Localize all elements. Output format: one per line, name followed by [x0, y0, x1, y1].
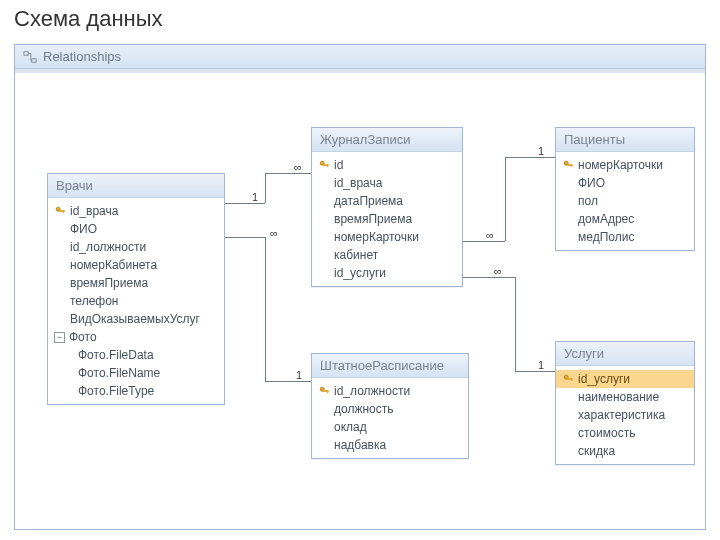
diagram-canvas[interactable]: Врачи id_врача ФИО id_лолжности номерКаб…: [15, 73, 705, 529]
table-staff[interactable]: ШтатноеРасписание id_лолжности должность…: [311, 353, 469, 459]
table-title-journal: ЖурналЗаписи: [312, 128, 462, 152]
field-name: наименование: [578, 390, 659, 404]
svg-rect-1: [32, 58, 36, 62]
field-name: id: [334, 158, 343, 172]
field-name: Фото: [69, 330, 97, 344]
field-name: медПолис: [578, 230, 634, 244]
field-row[interactable]: id_услуги: [312, 264, 462, 282]
table-title-patients: Пациенты: [556, 128, 694, 152]
field-row[interactable]: датаПриема: [312, 192, 462, 210]
table-body-journal: id id_врача датаПриема времяПриема номер…: [312, 152, 462, 286]
field-row[interactable]: оклад: [312, 418, 468, 436]
diagram-canvas-frame: Relationships Врачи id_врача ФИО id_лолж…: [14, 44, 706, 530]
table-doctors[interactable]: Врачи id_врача ФИО id_лолжности номерКаб…: [47, 173, 225, 405]
relationships-icon: [23, 50, 37, 64]
field-row[interactable]: пол: [556, 192, 694, 210]
field-name: id_услуги: [334, 266, 386, 280]
field-row[interactable]: ФИО: [556, 174, 694, 192]
field-row[interactable]: стоимость: [556, 424, 694, 442]
field-name: id_услуги: [578, 372, 630, 386]
relationship-line: [505, 157, 506, 241]
svg-rect-13: [571, 164, 572, 167]
field-row[interactable]: ФИО: [48, 220, 224, 238]
field-name: ФИО: [70, 222, 97, 236]
primary-key-icon: [562, 159, 574, 171]
field-name: Фото.FileName: [78, 366, 160, 380]
relationship-line: [225, 203, 265, 204]
svg-rect-16: [571, 378, 572, 381]
cardinality-one: 1: [295, 369, 303, 381]
relationship-line: [265, 381, 311, 382]
field-row[interactable]: id_лолжности: [48, 238, 224, 256]
table-services[interactable]: Услуги id_услуги наименование характерис…: [555, 341, 695, 465]
field-row[interactable]: id_лолжности: [312, 382, 468, 400]
field-name: датаПриема: [334, 194, 403, 208]
field-name: номерКарточки: [578, 158, 663, 172]
field-row[interactable]: скидка: [556, 442, 694, 460]
cardinality-one: 1: [537, 359, 545, 371]
field-row[interactable]: кабинет: [312, 246, 462, 264]
tab-label: Relationships: [43, 49, 121, 64]
table-title-doctors: Врачи: [48, 174, 224, 198]
field-row[interactable]: id_услуги: [556, 370, 694, 388]
field-name: скидка: [578, 444, 615, 458]
field-row[interactable]: номерКабинета: [48, 256, 224, 274]
relationship-line: [265, 173, 311, 174]
field-row[interactable]: id: [312, 156, 462, 174]
field-row[interactable]: телефон: [48, 292, 224, 310]
field-name: ФИО: [578, 176, 605, 190]
field-name: id_врача: [334, 176, 382, 190]
svg-rect-7: [327, 164, 328, 167]
field-name: номерКабинета: [70, 258, 157, 272]
field-row[interactable]: наименование: [556, 388, 694, 406]
cardinality-one: 1: [251, 191, 259, 203]
field-name: id_врача: [70, 204, 118, 218]
primary-key-icon: [318, 385, 330, 397]
svg-rect-4: [63, 210, 64, 213]
field-row[interactable]: характеристика: [556, 406, 694, 424]
field-name: времяПриема: [70, 276, 148, 290]
relationship-line: [463, 241, 505, 242]
relationship-line: [265, 237, 266, 381]
tab-relationships[interactable]: Relationships: [15, 45, 705, 69]
table-title-services: Услуги: [556, 342, 694, 366]
field-row[interactable]: id_врача: [312, 174, 462, 192]
field-row[interactable]: номерКарточки: [556, 156, 694, 174]
field-row[interactable]: должность: [312, 400, 468, 418]
table-body-staff: id_лолжности должность оклад надбавка: [312, 378, 468, 458]
collapse-minus-icon[interactable]: −: [54, 332, 65, 343]
field-row[interactable]: − Фото: [48, 328, 224, 346]
cardinality-many: ∞: [493, 265, 503, 277]
field-row[interactable]: времяПриема: [48, 274, 224, 292]
relationship-line: [515, 371, 555, 372]
table-title-staff: ШтатноеРасписание: [312, 354, 468, 378]
field-row[interactable]: номерКарточки: [312, 228, 462, 246]
field-row[interactable]: ВидОказываемыхУслуг: [48, 310, 224, 328]
field-name: ВидОказываемыхУслуг: [70, 312, 200, 326]
svg-rect-0: [24, 51, 28, 55]
field-name: Фото.FileType: [78, 384, 154, 398]
table-journal[interactable]: ЖурналЗаписи id id_врача датаПриема врем…: [311, 127, 463, 287]
cardinality-many: ∞: [269, 227, 279, 239]
field-row[interactable]: Фото.FileData: [48, 346, 224, 364]
field-row[interactable]: надбавка: [312, 436, 468, 454]
field-row[interactable]: id_врача: [48, 202, 224, 220]
field-row[interactable]: медПолис: [556, 228, 694, 246]
field-row[interactable]: Фото.FileName: [48, 364, 224, 382]
field-name: времяПриема: [334, 212, 412, 226]
relationship-line: [505, 157, 555, 158]
field-name: стоимость: [578, 426, 635, 440]
field-row[interactable]: времяПриема: [312, 210, 462, 228]
field-name: надбавка: [334, 438, 386, 452]
table-patients[interactable]: Пациенты номерКарточки ФИО пол домАдрес …: [555, 127, 695, 251]
table-body-services: id_услуги наименование характеристика ст…: [556, 366, 694, 464]
field-name: телефон: [70, 294, 119, 308]
primary-key-icon: [318, 159, 330, 171]
table-body-patients: номерКарточки ФИО пол домАдрес медПолис: [556, 152, 694, 250]
svg-rect-10: [327, 390, 328, 393]
field-row[interactable]: домАдрес: [556, 210, 694, 228]
field-name: id_лолжности: [70, 240, 146, 254]
field-name: характеристика: [578, 408, 665, 422]
field-row[interactable]: Фото.FileType: [48, 382, 224, 400]
field-name: кабинет: [334, 248, 378, 262]
